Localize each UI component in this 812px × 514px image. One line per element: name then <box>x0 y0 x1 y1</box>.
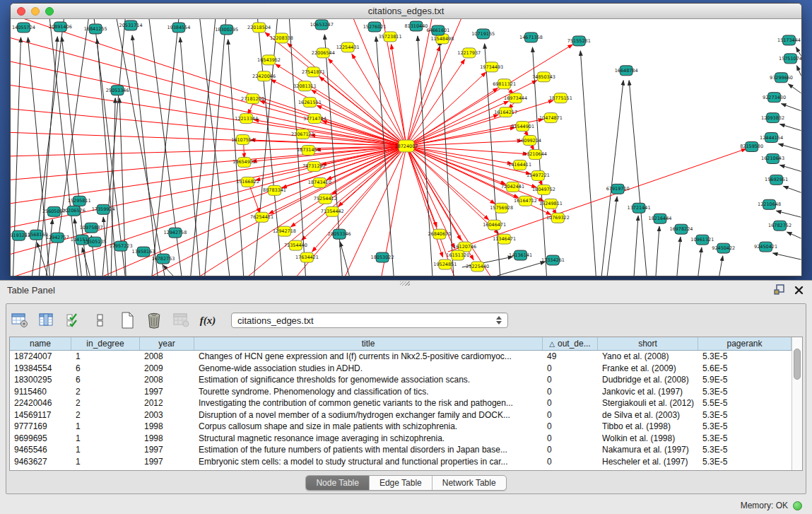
column-header-pagerank[interactable]: pagerank <box>698 337 792 350</box>
node-label: 92273430 <box>763 95 786 100</box>
table-cell: 19384554 <box>10 363 71 375</box>
node-label: 25225440 <box>466 264 489 269</box>
table-cell: 0 <box>543 444 598 456</box>
citation-edge-black <box>205 19 226 276</box>
memory-ok-icon <box>793 501 802 510</box>
node-label: 37714744 <box>303 116 326 122</box>
citation-edge-black <box>163 265 173 276</box>
show-columns-icon[interactable] <box>37 311 56 329</box>
table-row[interactable]: 2242004622012Investigating the contribut… <box>10 397 792 409</box>
node-label: 16841255 <box>84 26 107 32</box>
table-cell: 1998 <box>140 421 194 433</box>
table-row[interactable]: 1456911722003Disruption of a novel membe… <box>10 409 792 421</box>
network-canvas[interactable]: 2201850412208338165439522242004627181290… <box>11 19 801 276</box>
table-cell: Structural magnetic resonance image aver… <box>194 433 543 445</box>
float-window-icon[interactable] <box>774 284 784 298</box>
node-label: 15497221 <box>526 173 550 178</box>
column-header-name[interactable]: name <box>10 337 71 350</box>
citation-edge-black <box>132 35 158 276</box>
table-cell: Stergiakouli et al. (2012) <box>598 397 698 409</box>
table-cell: 5.3E-5 <box>698 351 792 363</box>
column-header-indegree[interactable]: in_degree <box>71 337 140 350</box>
table-row[interactable]: 977716911998Corpus callosum shape and si… <box>10 421 792 433</box>
table-cell: 9115460 <box>10 386 71 398</box>
table-row[interactable]: 911546021997Tourette syndrome. Phenomeno… <box>10 386 792 398</box>
tab-network-table[interactable]: Network Table <box>433 476 506 490</box>
row-checks-icon[interactable] <box>64 311 83 329</box>
window-title: citations_edges.txt <box>368 6 445 16</box>
node-label: 18731455 <box>297 147 320 153</box>
node-label: 19384554 <box>167 25 190 30</box>
citation-edge-red <box>406 19 434 146</box>
vertical-scrollbar[interactable] <box>792 337 802 470</box>
node-label: 14164411 <box>508 162 531 168</box>
node-label: 26840670 <box>428 231 451 237</box>
table-tabs: Node TableEdge TableNetwork Table <box>305 475 506 491</box>
node-label: 11346471 <box>493 236 516 242</box>
table-selector-dropdown[interactable]: citations_edges.txt <box>231 313 508 328</box>
column-header-title[interactable]: title <box>194 337 543 350</box>
close-icon[interactable] <box>794 285 804 298</box>
table-cell: 5.3E-5 <box>698 386 792 398</box>
citation-edge-black <box>580 51 596 276</box>
table-row[interactable]: 946362711997Embryonic stem cells: a mode… <box>10 456 792 468</box>
table-cell: 0 <box>543 363 598 375</box>
node-label: 15249811 <box>539 201 563 206</box>
node-label: 15295811 <box>68 198 91 204</box>
citation-edge-red <box>11 58 406 146</box>
node-label: 14136141 <box>509 252 532 258</box>
table-row[interactable]: 1830029562008Estimation of significance … <box>10 374 792 386</box>
node-label: 10653247 <box>310 22 334 28</box>
column-header-year[interactable]: year <box>140 337 194 350</box>
table-row[interactable]: 946554611997Estimation of the future num… <box>10 444 792 456</box>
new-document-icon[interactable] <box>118 311 136 329</box>
memory-status-label: Memory: OK <box>741 501 788 510</box>
rows-icon[interactable] <box>91 311 110 329</box>
table-cell: 6 <box>71 374 140 386</box>
trash-icon[interactable] <box>145 311 163 329</box>
network-window: citations_edges.txt 22018504122083381654… <box>10 3 802 276</box>
citation-edge-black <box>780 165 801 171</box>
minimize-window-icon[interactable] <box>31 7 40 16</box>
node-label: 17334261 <box>541 257 565 263</box>
table-row[interactable]: 1938455462009Genome-wide association stu… <box>10 363 792 375</box>
table-cell: 9777169 <box>10 421 71 433</box>
zoom-window-icon[interactable] <box>45 7 54 16</box>
citation-edge-black <box>607 197 617 276</box>
delete-table-icon <box>172 311 190 329</box>
table-settings-icon[interactable] <box>11 311 29 329</box>
close-window-icon[interactable] <box>17 7 25 16</box>
table-cell: 1 <box>71 351 140 363</box>
function-icon[interactable]: f(x) <box>199 311 217 329</box>
table-cell: 2009 <box>140 363 194 375</box>
dropdown-stepper-icon <box>496 316 502 325</box>
node-label: 19524851 <box>433 262 457 267</box>
node-label: 12217937 <box>457 50 481 56</box>
table-toolbar: f(x) citations_edges.txt <box>11 307 508 334</box>
table-cell: Tourette syndrome. Phenomenology and cla… <box>194 386 543 398</box>
scrollbar-thumb[interactable] <box>794 349 801 380</box>
citation-edge-black <box>440 40 454 276</box>
table-cell: 2 <box>71 386 140 398</box>
table-cell: 1 <box>71 433 140 445</box>
tab-edge-table[interactable]: Edge Table <box>370 476 433 490</box>
node-label: 27541871 <box>302 69 325 75</box>
table-cell: 5.3E-5 <box>698 456 792 468</box>
window-titlebar[interactable]: citations_edges.txt <box>11 4 801 19</box>
node-label: 23067121 <box>291 132 314 137</box>
table-cell: Jankovic et al. (1997) <box>598 386 698 398</box>
node-label: 91544901 <box>511 124 534 129</box>
node-label: 12210648 <box>758 201 781 207</box>
citation-edge-black <box>777 211 801 217</box>
table-cell: Investigating the contribution of common… <box>194 397 543 409</box>
table-cell: 2008 <box>140 351 194 363</box>
table-row[interactable]: 969969511998Structural magnetic resonanc… <box>10 433 792 445</box>
table-row[interactable]: 1872400712008Changes of HCN gene express… <box>10 351 792 363</box>
table-cell: Disruption of a novel member of a sodium… <box>194 409 543 421</box>
tab-node-table[interactable]: Node Table <box>306 476 370 490</box>
column-header-outde[interactable]: △out_de... <box>543 337 598 350</box>
column-header-short[interactable]: short <box>598 337 698 350</box>
table-cell: 1 <box>71 456 140 468</box>
table-cell: 0 <box>543 386 598 398</box>
table-cell: 0 <box>543 421 598 433</box>
